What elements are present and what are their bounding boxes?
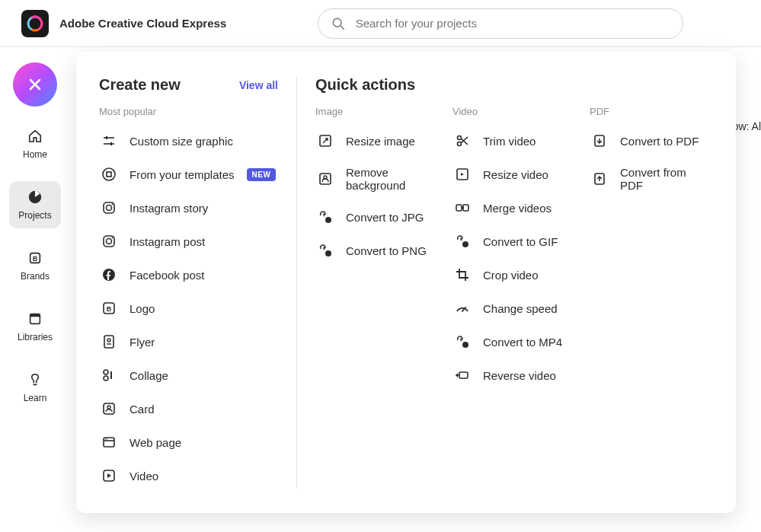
svg-point-45 <box>325 250 331 256</box>
svg-rect-15 <box>106 136 107 139</box>
merge-icon <box>454 199 471 216</box>
sidebar-item-brands[interactable]: B Brands <box>9 242 61 289</box>
templates-icon <box>101 166 117 183</box>
quick-actions-title: Quick actions <box>315 76 415 94</box>
pdf-to-icon <box>591 132 608 149</box>
pdf-from-icon <box>591 170 608 187</box>
sidebar-item-home[interactable]: Home <box>9 120 61 167</box>
quick-crop-video[interactable]: Crop video <box>452 262 574 288</box>
svg-rect-56 <box>459 372 468 378</box>
card-icon <box>101 400 117 417</box>
logo-icon: B <box>101 300 117 317</box>
item-label: Resize video <box>483 168 548 181</box>
item-label: Video <box>129 470 158 483</box>
video-col-label: Video <box>452 106 574 117</box>
create-new-title: Create new <box>99 76 181 94</box>
create-item-instagram-post[interactable]: Instagram post <box>99 228 278 254</box>
create-item-card[interactable]: Card <box>99 396 278 422</box>
trim-icon <box>454 132 471 149</box>
quick-convert-png[interactable]: Convert to PNG <box>315 237 437 263</box>
webpage-icon <box>101 434 117 451</box>
create-item-logo[interactable]: B Logo <box>99 295 278 321</box>
create-item-templates[interactable]: From your templates NEW <box>99 161 278 187</box>
app-title: Adobe Creative Cloud Express <box>59 17 226 30</box>
search-icon <box>331 15 346 32</box>
quick-remove-bg[interactable]: Remove background <box>315 161 437 196</box>
quick-change-speed[interactable]: Change speed <box>452 295 574 321</box>
create-item-collage[interactable]: Collage <box>99 362 278 388</box>
svg-point-35 <box>107 406 110 409</box>
svg-point-20 <box>107 205 112 211</box>
create-panel: Create new View all Most popular Custom … <box>76 52 736 513</box>
create-new-column: Create new View all Most popular Custom … <box>99 76 297 489</box>
quick-convert-gif[interactable]: Convert to GIF <box>452 228 574 254</box>
quick-merge-videos[interactable]: Merge videos <box>452 195 574 221</box>
flyer-icon <box>101 333 117 350</box>
quick-convert-jpg[interactable]: Convert to JPG <box>315 204 437 230</box>
close-button[interactable] <box>13 62 57 107</box>
quick-col-pdf: PDF Convert to PDF Convert from PDF <box>590 106 711 388</box>
convert-icon <box>454 233 471 250</box>
top-bar: Adobe Creative Cloud Express <box>0 0 761 47</box>
svg-point-23 <box>107 239 112 244</box>
remove-bg-icon <box>317 170 334 187</box>
create-item-instagram-story[interactable]: Instagram story <box>99 195 278 221</box>
close-icon <box>27 77 43 92</box>
image-col-label: Image <box>315 106 437 117</box>
svg-rect-33 <box>110 371 112 379</box>
resize-image-icon <box>317 132 334 149</box>
home-icon <box>27 128 43 145</box>
search-box[interactable] <box>318 8 683 39</box>
quick-resize-video[interactable]: Resize video <box>452 161 574 187</box>
item-label: Card <box>129 403 155 416</box>
svg-point-31 <box>104 370 108 374</box>
background-text: ow: Al <box>733 120 761 132</box>
sidebar-item-label: Home <box>23 149 47 160</box>
quick-col-video: Video Trim video Resize video Merge vide… <box>452 106 574 388</box>
convert-icon <box>317 242 334 259</box>
item-label: Trim video <box>483 135 536 148</box>
facebook-icon <box>101 266 117 283</box>
item-label: Convert to JPG <box>346 211 424 224</box>
create-item-webpage[interactable]: Web page <box>99 429 278 455</box>
item-label: Resize image <box>346 135 415 148</box>
crop-icon <box>454 266 471 283</box>
item-label: Crop video <box>483 269 539 282</box>
sidebar-item-projects[interactable]: Projects <box>9 181 61 228</box>
item-label: Collage <box>129 369 168 382</box>
item-label: Remove background <box>346 166 436 192</box>
item-label: Convert to PNG <box>346 244 427 257</box>
quick-convert-from-pdf[interactable]: Convert from PDF <box>590 161 711 196</box>
quick-convert-mp4[interactable]: Convert to MP4 <box>452 329 574 355</box>
reverse-icon <box>454 367 471 384</box>
svg-point-17 <box>103 168 115 180</box>
svg-point-55 <box>462 342 468 348</box>
sidebar-item-label: Brands <box>21 271 50 282</box>
item-label: Reverse video <box>483 369 556 382</box>
brands-icon: B <box>27 250 43 266</box>
search-input[interactable] <box>356 17 671 30</box>
item-label: Change speed <box>483 302 558 315</box>
svg-text:B: B <box>107 305 112 313</box>
item-label: Convert from PDF <box>620 166 710 192</box>
create-item-flyer[interactable]: Flyer <box>99 329 278 355</box>
quick-reverse-video[interactable]: Reverse video <box>452 362 574 388</box>
create-item-custom-size[interactable]: Custom size graphic <box>99 128 278 154</box>
svg-rect-52 <box>463 205 468 211</box>
quick-convert-to-pdf[interactable]: Convert to PDF <box>590 128 711 154</box>
search-wrap <box>318 8 683 39</box>
svg-point-32 <box>104 376 108 381</box>
create-item-facebook-post[interactable]: Facebook post <box>99 262 278 288</box>
item-label: Logo <box>129 302 155 315</box>
sidebar-item-label: Learn <box>24 393 47 403</box>
create-item-video[interactable]: Video <box>99 463 278 489</box>
svg-point-21 <box>112 204 114 205</box>
sidebar-item-learn[interactable]: Learn <box>9 364 61 411</box>
sidebar-item-libraries[interactable]: Libraries <box>9 303 61 350</box>
view-all-link[interactable]: View all <box>239 79 278 91</box>
quick-trim-video[interactable]: Trim video <box>452 128 574 154</box>
item-label: Facebook post <box>129 269 204 282</box>
quick-resize-image[interactable]: Resize image <box>315 128 437 154</box>
video-icon <box>101 467 117 484</box>
learn-icon <box>27 371 43 388</box>
